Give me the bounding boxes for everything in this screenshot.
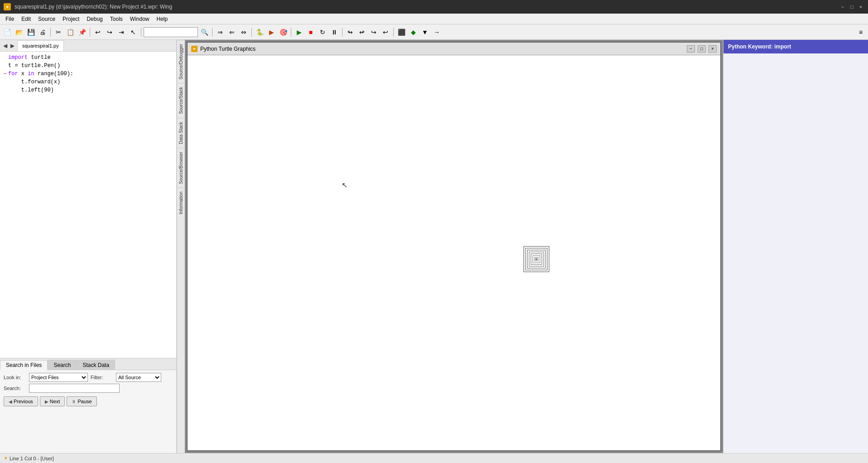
nav-forward-button[interactable]: ▶ <box>9 43 15 49</box>
code-text-5: t.left(90) <box>8 86 174 94</box>
menu-extra-button[interactable]: ≡ <box>855 27 866 38</box>
debug-button[interactable]: 🎯 <box>278 27 289 38</box>
step-btn1[interactable]: ↬ <box>345 27 356 38</box>
turtle-minimize[interactable]: − <box>687 45 695 53</box>
play-button[interactable]: ▶ <box>294 27 304 38</box>
watch-button[interactable]: ◆ <box>408 27 419 38</box>
title-bar: ✦ squarespiral1.py (d:\java\python\ch02)… <box>0 0 868 14</box>
step-into-button[interactable]: ⇒ <box>215 27 226 38</box>
restart-button[interactable]: ↻ <box>317 27 328 38</box>
code-line-4: t.forward(x) <box>2 78 174 86</box>
filter-label: Filter: <box>91 375 113 380</box>
app-icon: ✦ <box>4 3 11 10</box>
separator-7 <box>342 28 342 37</box>
close-button[interactable]: × <box>857 3 864 10</box>
arrow-button[interactable]: → <box>431 27 442 38</box>
status-bar: ✦ Line 1 Col 0 - [User] <box>0 453 868 463</box>
paste-button[interactable]: 📌 <box>77 27 87 38</box>
window-controls: − □ × <box>839 3 864 10</box>
turtle-title: Python Turtle Graphics <box>200 46 684 52</box>
menu-window[interactable]: Window <box>126 15 153 23</box>
menu-file[interactable]: File <box>2 15 18 23</box>
cut-button[interactable]: ✂ <box>53 27 64 38</box>
redo-button[interactable]: ↪ <box>104 27 115 38</box>
next-icon: ▶ <box>45 399 48 404</box>
step-btn4[interactable]: ↩ <box>380 27 391 38</box>
new-file-button[interactable]: 📄 <box>2 27 13 38</box>
vtab-information[interactable]: Information <box>178 188 184 218</box>
menu-source[interactable]: Source <box>34 15 59 23</box>
minimize-button[interactable]: − <box>839 3 846 10</box>
pause-icon: ⏸ <box>72 399 76 404</box>
code-line-3: – for x in range(100): <box>2 70 174 78</box>
menu-project[interactable]: Project <box>59 15 83 23</box>
look-in-row: Look in: Project Files Filter: All Sourc… <box>4 373 173 382</box>
code-text-1: import turtle <box>8 53 174 62</box>
run-button[interactable]: ▶ <box>266 27 277 38</box>
vtab-data-stack[interactable]: Data Stack <box>178 118 184 148</box>
copy-button[interactable]: 📋 <box>65 27 76 38</box>
breakpoint-button[interactable]: ⬛ <box>396 27 407 38</box>
next-button[interactable]: ▶ Next <box>40 396 65 406</box>
turtle-maximize[interactable]: □ <box>698 45 706 53</box>
open-file-button[interactable]: 📂 <box>14 27 24 38</box>
search-toolbar-input[interactable] <box>144 27 198 37</box>
file-tab-label: squarespiral1.py <box>22 43 59 48</box>
search-toolbar-button[interactable]: 🔍 <box>199 27 210 38</box>
cursor-indicator: ↖ <box>342 181 347 189</box>
turtle-window: ✦ Python Turtle Graphics − □ × ↖ <box>187 42 721 451</box>
stop-button[interactable]: ■ <box>305 27 316 38</box>
maximize-button[interactable]: □ <box>848 3 855 10</box>
tab-stack-data[interactable]: Stack Data <box>77 360 115 370</box>
turtle-canvas: ↖ <box>188 55 720 450</box>
cursor-button[interactable]: ↖ <box>128 27 139 38</box>
right-header: Python Keyword: import <box>723 40 868 53</box>
code-editor[interactable]: import turtle t = turtle.Pen() – for x i… <box>0 52 176 358</box>
code-text-4: t.forward(x) <box>8 78 174 86</box>
menu-help[interactable]: Help <box>153 15 172 23</box>
more-button[interactable]: ▼ <box>420 27 430 38</box>
pause-button[interactable]: ⏸ <box>329 27 340 38</box>
nav-back-button[interactable]: ◀ <box>2 43 8 49</box>
tab-search[interactable]: Search <box>48 360 77 370</box>
file-tab-squarespiral[interactable]: squarespiral1.py <box>17 40 64 51</box>
step-btn2[interactable]: ↫ <box>357 27 367 38</box>
status-icon: ✦ <box>4 455 8 461</box>
search-input[interactable] <box>29 384 120 393</box>
pause-button[interactable]: ⏸ Pause <box>67 396 96 406</box>
indent-button[interactable]: ⇥ <box>116 27 127 38</box>
separator-1 <box>50 28 51 37</box>
step-over-button[interactable]: ⇔ <box>238 27 249 38</box>
code-line-1: import turtle <box>2 53 174 62</box>
left-panel: ◀ ▶ squarespiral1.py import turtle t = t… <box>0 40 177 453</box>
menu-tools[interactable]: Tools <box>106 15 126 23</box>
right-panel: Python Keyword: import <box>723 40 868 453</box>
python-button[interactable]: 🐍 <box>254 27 265 38</box>
previous-button[interactable]: ◀ Previous <box>4 396 38 406</box>
turtle-close[interactable]: × <box>709 45 717 53</box>
line-marker-3: – <box>2 70 8 78</box>
save-button[interactable]: 💾 <box>25 27 36 38</box>
tab-search-in-files[interactable]: Search in Files <box>0 360 48 370</box>
center-panel: ✦ Python Turtle Graphics − □ × ↖ <box>185 40 723 453</box>
main-area: ◀ ▶ squarespiral1.py import turtle t = t… <box>0 40 868 453</box>
look-in-select[interactable]: Project Files <box>29 373 88 382</box>
code-line-5: t.left(90) <box>2 86 174 94</box>
step-btn3[interactable]: ↪ <box>368 27 379 38</box>
filter-select[interactable]: All Source <box>116 373 161 382</box>
menu-edit[interactable]: Edit <box>18 15 34 23</box>
undo-button[interactable]: ↩ <box>92 27 103 38</box>
vtab-source-browser[interactable]: Source/Browser <box>178 148 184 188</box>
vtab-source-stack[interactable]: Source/Stack <box>178 83 184 117</box>
search-row: Search: <box>4 384 173 393</box>
print-button[interactable]: 🖨 <box>37 27 48 38</box>
separator-3 <box>141 28 141 37</box>
search-form: Look in: Project Files Filter: All Sourc… <box>0 370 176 409</box>
menu-debug[interactable]: Debug <box>83 15 106 23</box>
vtab-source-debugger[interactable]: Source/Debugger <box>178 40 184 83</box>
turtle-icon: ✦ <box>191 46 198 52</box>
turtle-titlebar: ✦ Python Turtle Graphics − □ × <box>188 43 720 55</box>
title-text: squarespiral1.py (d:\java\python\ch02): … <box>14 4 835 10</box>
step-out-button[interactable]: ⇐ <box>227 27 237 38</box>
separator-4 <box>212 28 212 37</box>
